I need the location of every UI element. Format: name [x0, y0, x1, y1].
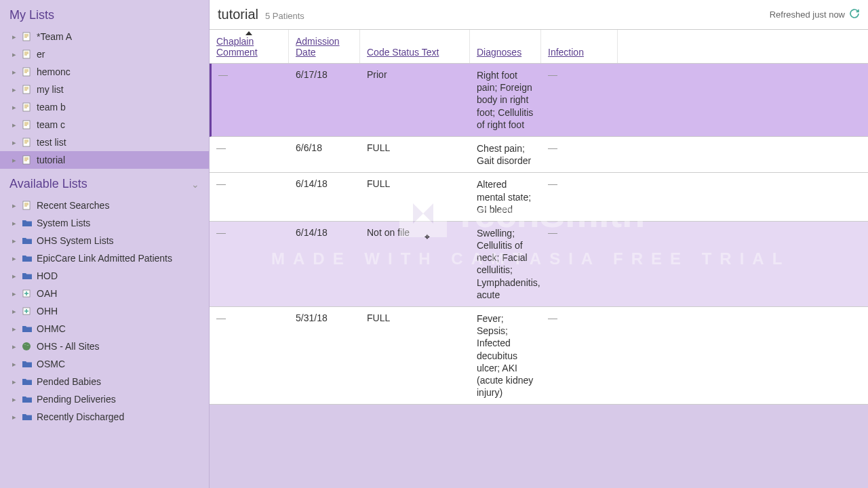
- sidebar-item--team-a[interactable]: ▸*Team A: [0, 28, 209, 45]
- expand-icon: ▸: [12, 395, 19, 404]
- expand-icon: ▸: [12, 413, 19, 422]
- available-item-hod[interactable]: ▸HOD: [0, 267, 209, 285]
- sidebar-item-test-list[interactable]: ▸test list: [0, 134, 209, 151]
- doc-icon: [22, 201, 33, 210]
- sidebar-item-team-c[interactable]: ▸team c: [0, 116, 209, 134]
- available-item-ohs---all-sites[interactable]: ▸OHS - All Sites: [0, 338, 209, 355]
- sidebar-item-team-b[interactable]: ▸team b: [0, 98, 209, 116]
- sidebar-item-my-list[interactable]: ▸my list: [0, 81, 209, 98]
- expand-icon: ▸: [12, 342, 19, 351]
- col-diagnoses[interactable]: Diagnoses: [470, 30, 541, 63]
- patient-table: Chaplain Comment Admission Date Code Sta…: [210, 30, 868, 405]
- expand-icon: ▸: [12, 103, 19, 112]
- sidebar-item-tutorial[interactable]: ▸tutorial: [0, 151, 209, 169]
- sidebar-item-label: OHMC: [37, 323, 66, 334]
- svg-point-42: [22, 342, 31, 350]
- available-item-ohh[interactable]: ▸OHH: [0, 302, 209, 320]
- list-icon: [22, 120, 33, 129]
- available-item-ohs-system-lists[interactable]: ▸OHS System Lists: [0, 232, 209, 249]
- refreshed-text: Refreshed just now: [770, 9, 845, 20]
- cell-code-status: FULL: [360, 137, 470, 172]
- list-icon: [22, 85, 33, 94]
- col-infection[interactable]: Infection: [541, 30, 618, 63]
- expand-icon: ▸: [12, 156, 19, 165]
- cell-chaplain: —: [210, 173, 289, 221]
- svg-rect-0: [23, 33, 30, 41]
- col-chaplain-comment[interactable]: Chaplain Comment: [210, 30, 289, 63]
- cell-admission: 5/31/18: [289, 307, 360, 404]
- available-item-ohmc[interactable]: ▸OHMC: [0, 320, 209, 338]
- expand-icon: ▸: [12, 272, 19, 281]
- cell-admission: 6/14/18: [289, 173, 360, 221]
- svg-rect-4: [23, 50, 30, 58]
- list-icon: [22, 49, 33, 59]
- table-row[interactable]: —6/14/18FULLAltered mental state; GI ble…: [210, 173, 868, 222]
- table-header: Chaplain Comment Admission Date Code Sta…: [210, 30, 868, 64]
- table-row[interactable]: —6/14/18Not on fileSwelling; Cellulitis …: [210, 222, 868, 307]
- plus-icon: [22, 289, 33, 298]
- collapse-icon[interactable]: ⌄: [191, 179, 199, 190]
- cell-diagnoses: Altered mental state; GI bleed: [470, 173, 541, 221]
- list-icon: [22, 32, 33, 41]
- sidebar-item-label: EpicCare Link Admitted Patients: [37, 253, 172, 264]
- plus-icon: [22, 306, 33, 316]
- sidebar-item-label: Recently Discharged: [37, 411, 124, 422]
- main-content: tutorial 5 Patients Refreshed just now C…: [210, 0, 868, 488]
- svg-rect-24: [23, 138, 30, 146]
- expand-icon: ▸: [12, 219, 19, 228]
- sidebar-item-label: tutorial: [37, 155, 65, 165]
- sidebar-item-er[interactable]: ▸er: [0, 45, 209, 63]
- svg-rect-8: [23, 68, 30, 76]
- cell-diagnoses: Swelling; Cellulitis of neck; Facial cel…: [470, 222, 541, 306]
- expand-icon: ▸: [12, 254, 19, 263]
- folder-icon: [22, 218, 33, 228]
- cell-infection: —: [541, 64, 618, 136]
- expand-icon: ▸: [12, 237, 19, 245]
- folder-icon: [22, 324, 33, 333]
- cell-admission: 6/14/18: [289, 222, 360, 306]
- svg-rect-20: [23, 121, 30, 129]
- list-icon: [22, 155, 33, 165]
- sidebar-item-hemonc[interactable]: ▸hemonc: [0, 63, 209, 81]
- available-item-pending-deliveries[interactable]: ▸Pending Deliveries: [0, 390, 209, 408]
- available-item-oah[interactable]: ▸OAH: [0, 285, 209, 302]
- cell-code-status: Prior: [360, 64, 470, 136]
- available-item-pended-babies[interactable]: ▸Pended Babies: [0, 373, 209, 390]
- folder-icon: [22, 359, 33, 369]
- available-item-recent-searches[interactable]: ▸Recent Searches: [0, 197, 209, 214]
- folder-icon: [22, 253, 33, 263]
- expand-icon: ▸: [12, 289, 19, 298]
- available-item-system-lists[interactable]: ▸System Lists: [0, 214, 209, 232]
- available-item-recently-discharged[interactable]: ▸Recently Discharged: [0, 408, 209, 426]
- svg-rect-32: [23, 201, 30, 209]
- sidebar-item-label: test list: [37, 137, 66, 148]
- sidebar-item-label: my list: [37, 84, 64, 95]
- col-admission-date[interactable]: Admission Date: [289, 30, 360, 63]
- sidebar-item-label: HOD: [37, 270, 58, 281]
- svg-rect-16: [23, 103, 30, 111]
- col-code-status[interactable]: Code Status Text: [360, 30, 470, 63]
- sidebar-item-label: hemonc: [37, 66, 71, 77]
- sidebar-item-label: Pended Babies: [37, 376, 101, 387]
- folder-icon: [22, 394, 33, 404]
- cell-infection: —: [541, 137, 618, 172]
- cell-infection: —: [541, 307, 618, 404]
- table-row[interactable]: —6/17/18PriorRight foot pain; Foreign bo…: [210, 64, 868, 137]
- sidebar-item-label: OSMC: [37, 359, 65, 369]
- folder-icon: [22, 412, 33, 422]
- sidebar-item-label: Pending Deliveries: [37, 394, 116, 405]
- sidebar-item-label: team c: [37, 119, 65, 130]
- refresh-icon[interactable]: [849, 8, 860, 21]
- expand-icon: ▸: [12, 50, 19, 59]
- table-row[interactable]: —5/31/18FULLFever; Sepsis; Infected decu…: [210, 307, 868, 405]
- expand-icon: ▸: [12, 378, 19, 386]
- sidebar-item-label: team b: [37, 102, 66, 113]
- sidebar-item-label: OHS System Lists: [37, 235, 114, 246]
- cell-diagnoses: Fever; Sepsis; Infected decubitus ulcer;…: [470, 307, 541, 404]
- available-item-osmc[interactable]: ▸OSMC: [0, 355, 209, 373]
- available-item-epiccare-link-admitted-patients[interactable]: ▸EpicCare Link Admitted Patients: [0, 249, 209, 267]
- list-header: tutorial 5 Patients Refreshed just now: [210, 0, 868, 30]
- list-icon: [22, 67, 33, 77]
- table-row[interactable]: —6/6/18FULLChest pain; Gait disorder—: [210, 137, 868, 173]
- cell-admission: 6/17/18: [289, 64, 360, 136]
